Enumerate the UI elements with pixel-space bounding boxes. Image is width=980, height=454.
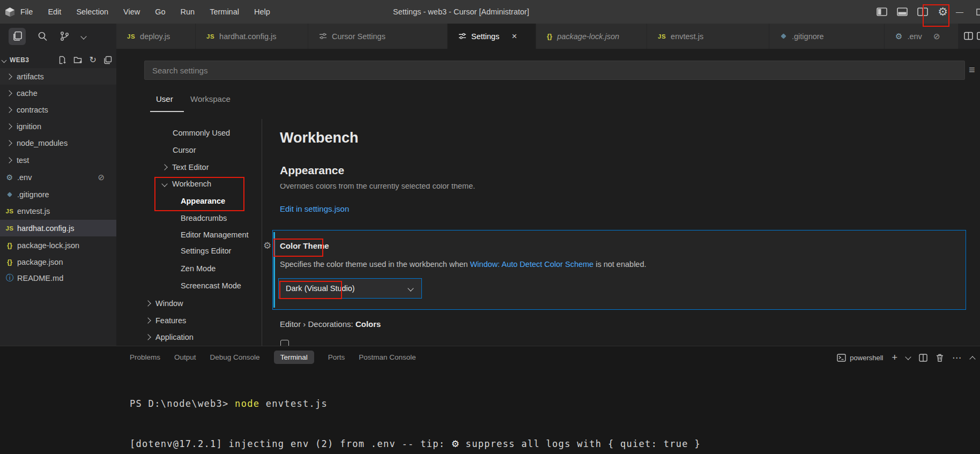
tree-item-hardhat-config-js[interactable]: JShardhat.config.js [0, 220, 116, 236]
terminal-command-arg: envtest.js [259, 398, 328, 409]
menu-go[interactable]: Go [155, 8, 165, 16]
tree-item-env[interactable]: ⚙.env⊘ [0, 169, 116, 185]
panel-tab-postman-console[interactable]: Postman Console [359, 351, 416, 364]
settings-gear-icon[interactable]: ⚙ [938, 5, 948, 18]
launch-profile-chevron-icon[interactable] [905, 354, 911, 360]
menu-file[interactable]: File [20, 8, 33, 16]
color-theme-dropdown[interactable]: Dark (Visual Studio) [278, 278, 422, 299]
tab-settings[interactable]: Settings × [448, 24, 536, 49]
scope-tab-workspace[interactable]: Workspace [190, 94, 231, 103]
explorer-icon[interactable] [9, 28, 26, 45]
source-control-icon[interactable] [60, 31, 70, 41]
minimize-icon[interactable]: — [956, 8, 963, 16]
menu-selection[interactable]: Selection [76, 8, 108, 16]
new-folder-icon[interactable] [73, 56, 83, 64]
chevron-down-icon[interactable] [80, 33, 86, 39]
ignored-slash-icon: ⊘ [933, 32, 940, 41]
scope-tab-user[interactable]: User [156, 94, 173, 103]
tree-item-envtest-js[interactable]: JSenvtest.js [0, 203, 116, 219]
settings-editor: ≡ User Workspace Commonly Used Cursor Te… [116, 49, 980, 346]
collapse-folders-icon[interactable] [103, 56, 112, 64]
toc-text-editor[interactable]: Text Editor [162, 161, 209, 173]
panel-tab-output[interactable]: Output [174, 351, 196, 364]
terminal-line: [dotenv@17.2.1] injecting env (2) from .… [130, 437, 701, 451]
tree-item-gitignore[interactable]: .gitignore [0, 186, 116, 203]
split-editor-icon[interactable] [964, 32, 973, 41]
tab-env[interactable]: ⚙ .env ⊘ [885, 24, 959, 49]
toc-commonly-used[interactable]: Commonly Used [173, 127, 230, 139]
shell-label: powershell [850, 354, 883, 362]
tree-item-contracts[interactable]: contracts [0, 101, 116, 118]
tree-item-test[interactable]: test [0, 152, 116, 168]
tree-item-readme-md[interactable]: ⓘREADME.md [0, 270, 116, 286]
terminal-output[interactable]: PS D:\node\web3> node envtest.js [dotenv… [130, 370, 701, 454]
edit-in-settings-json-link[interactable]: Edit in settings.json [280, 204, 349, 213]
tab-hardhat-config-js[interactable]: JS hardhat.config.js [196, 24, 308, 49]
chevron-right-icon [6, 90, 12, 96]
tab-cursor-settings[interactable]: Cursor Settings [308, 24, 448, 49]
kill-terminal-trash-icon[interactable] [936, 354, 944, 362]
toc-appearance-selected[interactable]: Appearance [181, 195, 225, 207]
toc-screencast-mode[interactable]: Screencast Mode [181, 280, 241, 292]
toggle-panel-icon[interactable] [897, 8, 908, 16]
panel-tab-terminal[interactable]: Terminal [274, 351, 314, 364]
toc-label: Zen Mode [181, 264, 216, 273]
toc-cursor[interactable]: Cursor [173, 144, 196, 156]
toc-breadcrumbs[interactable]: Breadcrumbs [181, 212, 227, 224]
toc-workbench[interactable]: Workbench [162, 178, 211, 190]
search-icon[interactable] [38, 31, 48, 41]
settings-search-input[interactable] [144, 61, 965, 80]
auto-detect-color-scheme-link[interactable]: Window: Auto Detect Color Scheme [470, 260, 594, 269]
panel-tab-problems[interactable]: Problems [130, 351, 160, 364]
env-file-icon: ⚙ [5, 173, 14, 182]
panel-tab-ports[interactable]: Ports [328, 351, 345, 364]
item-label: envtest.js [17, 207, 50, 215]
shell-selector[interactable]: powershell [837, 354, 883, 362]
gitignore-file-icon [5, 191, 14, 198]
tab-package-lock-json[interactable]: {} package-lock.json [536, 24, 647, 49]
toc-zen-mode[interactable]: Zen Mode [181, 263, 216, 274]
explorer-root-header[interactable]: WEB3 ↻ [0, 53, 116, 67]
tree-item-node-modules[interactable]: node_modules [0, 135, 116, 151]
new-terminal-icon[interactable]: + [892, 352, 897, 363]
toc-window[interactable]: Window [146, 297, 183, 309]
terminal-prompt: PS D:\node\web3> [130, 398, 235, 409]
tree-item-cache[interactable]: cache [0, 85, 116, 101]
menu-terminal[interactable]: Terminal [210, 8, 239, 16]
gitignore-file-icon [780, 33, 787, 40]
tree-item-package-lock-json[interactable]: {}package-lock.json [0, 237, 116, 254]
split-terminal-icon[interactable] [919, 354, 927, 362]
toc-features[interactable]: Features [146, 315, 186, 326]
close-icon[interactable]: × [511, 31, 517, 42]
toggle-secondary-sidebar-icon[interactable] [917, 8, 928, 16]
menu-run[interactable]: Run [181, 8, 195, 16]
toc-settings-editor[interactable]: Settings Editor [181, 245, 231, 257]
json-file-icon: {} [5, 241, 14, 249]
maximize-panel-chevron-icon[interactable] [969, 356, 975, 362]
new-file-icon[interactable] [58, 56, 66, 64]
toggle-sidebar-icon[interactable] [877, 8, 887, 16]
maximize-icon[interactable] [976, 9, 980, 16]
more-actions-icon[interactable] [977, 32, 980, 41]
more-actions-icon[interactable]: ⋯ [952, 352, 962, 363]
setting-gear-icon[interactable]: ⚙ [263, 240, 271, 251]
tab-envtest-js[interactable]: JS envtest.js [647, 24, 769, 49]
tab-gitignore[interactable]: .gitignore [769, 24, 885, 49]
gear-icon: ⚙ [451, 438, 459, 449]
toc-editor-management[interactable]: Editor Management [181, 229, 249, 241]
tab-deploy-js[interactable]: JS deploy.js [116, 24, 196, 49]
menu-help[interactable]: Help [254, 8, 270, 16]
refresh-icon[interactable]: ↻ [90, 56, 96, 64]
toc-content-sash[interactable] [262, 119, 262, 346]
panel-tab-debug-console[interactable]: Debug Console [210, 351, 260, 364]
tab-label: Cursor Settings [332, 32, 385, 41]
menu-view[interactable]: View [123, 8, 140, 16]
filter-menu-icon[interactable]: ≡ [969, 64, 975, 76]
tree-item-artifacts[interactable]: artifacts [0, 68, 116, 85]
tree-item-package-json[interactable]: {}package.json [0, 254, 116, 270]
menu-edit[interactable]: Edit [48, 8, 61, 16]
toc-application[interactable]: Application [146, 331, 194, 343]
cursor-logo-icon [5, 7, 15, 17]
sliders-icon [319, 32, 327, 40]
tree-item-ignition[interactable]: ignition [0, 118, 116, 135]
